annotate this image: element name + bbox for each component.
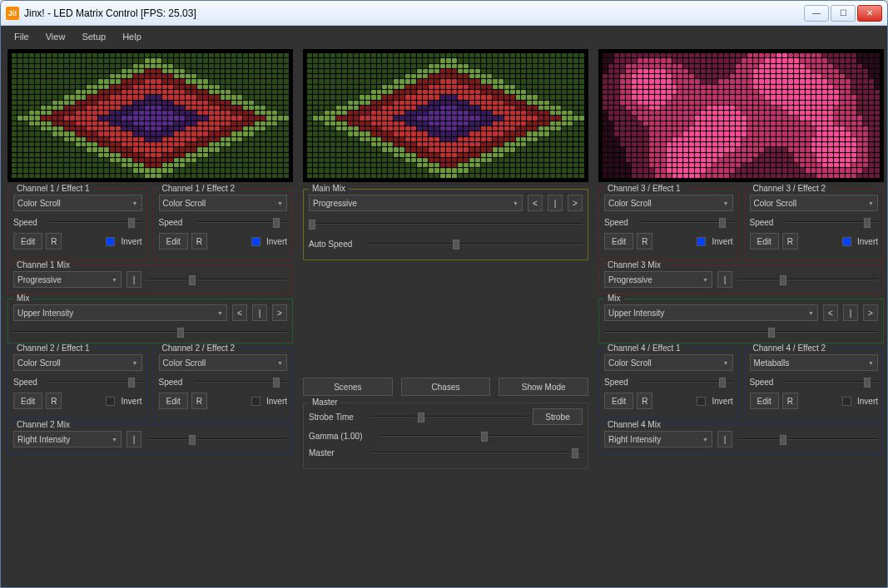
reset-ch4e1[interactable]: R: [637, 393, 652, 409]
slider-ch2e1-speed[interactable]: [50, 376, 142, 388]
dropdown-ch4e2[interactable]: Metaballs: [750, 354, 879, 371]
edit-ch4e1[interactable]: Edit: [604, 393, 633, 409]
mainmix-next[interactable]: >: [568, 195, 583, 211]
ch3mix-pipe[interactable]: |: [717, 271, 732, 288]
reset-ch2e1[interactable]: R: [46, 393, 62, 409]
dropdown-ch1mix[interactable]: Progressive: [13, 271, 122, 288]
slider-ch2mix[interactable]: [146, 433, 287, 445]
mainmix-prev[interactable]: <: [528, 195, 543, 211]
panel-main-mix: Main Mix Progressive<|> Auto Speed: [303, 189, 588, 260]
ch2mix-pipe[interactable]: |: [127, 431, 141, 447]
invert-ch3e1[interactable]: [697, 237, 706, 246]
menu-view[interactable]: View: [39, 30, 72, 43]
window-titlebar: Ji! Jinx! - LED Matrix Control [FPS: 25.…: [1, 1, 887, 26]
slider-mix-right[interactable]: [604, 326, 878, 338]
menubar: File View Setup Help: [2, 27, 886, 46]
dropdown-ch4e1[interactable]: Color Scroll: [604, 354, 733, 371]
invert-ch4e2[interactable]: [842, 397, 851, 406]
dropdown-ch3mix[interactable]: Progressive: [604, 271, 712, 288]
maximize-button[interactable]: ☐: [831, 5, 856, 22]
edit-ch3e1[interactable]: Edit: [604, 233, 633, 250]
ch4mix-pipe[interactable]: |: [717, 431, 732, 447]
scenes-button[interactable]: Scenes: [303, 378, 393, 396]
dropdown-mix-right[interactable]: Upper Intensity: [604, 304, 818, 321]
dropdown-ch3e1[interactable]: Color Scroll: [604, 195, 733, 211]
dropdown-ch2e2[interactable]: Color Scroll: [159, 354, 288, 371]
slider-strobe-time[interactable]: [370, 411, 529, 422]
reset-ch3e1[interactable]: R: [637, 233, 652, 250]
slider-ch1e2-speed[interactable]: [196, 216, 288, 228]
chases-button[interactable]: Chases: [401, 378, 491, 396]
invert-ch4e1[interactable]: [697, 397, 706, 406]
mix-right-pipe[interactable]: |: [843, 304, 858, 321]
mix-right-prev[interactable]: <: [823, 304, 838, 321]
invert-ch1e2[interactable]: [251, 237, 260, 246]
reset-ch1e2[interactable]: R: [191, 233, 207, 250]
app-icon: Ji!: [6, 7, 19, 20]
invert-ch2e1[interactable]: [106, 397, 115, 406]
panel-ch3-effect2: Channel 3 / Effect 2 Color Scroll Speed …: [744, 189, 885, 260]
edit-ch3e2[interactable]: Edit: [750, 233, 779, 250]
preview-left: [7, 49, 293, 182]
slider-ch4e2-speed[interactable]: [786, 376, 879, 388]
invert-ch1e1[interactable]: [106, 237, 115, 246]
ch1mix-pipe[interactable]: |: [127, 271, 141, 288]
close-button[interactable]: ✕: [857, 5, 882, 22]
panel-ch1-effect1: Channel 1 / Effect 1 Color Scroll Speed …: [7, 189, 148, 260]
slider-ch1mix[interactable]: [146, 274, 287, 285]
mix-right-next[interactable]: >: [863, 304, 878, 321]
slider-ch3e2-speed[interactable]: [786, 216, 879, 228]
mix-left-prev[interactable]: <: [232, 304, 247, 321]
panel-master: Master Strobe TimeStrobe Gamma (1.00) Ma…: [303, 403, 588, 469]
dropdown-ch4mix[interactable]: Right Intensity: [604, 431, 712, 447]
slider-ch4e1-speed[interactable]: [641, 376, 733, 388]
edit-ch2e1[interactable]: Edit: [13, 393, 42, 409]
edit-ch1e2[interactable]: Edit: [159, 233, 188, 250]
edit-ch1e1[interactable]: Edit: [13, 233, 42, 250]
mainmix-pipe[interactable]: |: [548, 195, 563, 211]
reset-ch2e2[interactable]: R: [191, 393, 207, 409]
reset-ch3e2[interactable]: R: [782, 233, 798, 250]
panel-mix-right: Mix Upper Intensity<|>: [598, 299, 884, 343]
slider-ch1e1-speed[interactable]: [50, 216, 142, 228]
panel-ch4-effect2: Channel 4 / Effect 2 Metaballs Speed Edi…: [744, 348, 885, 420]
dropdown-ch1e1[interactable]: Color Scroll: [13, 195, 142, 211]
dropdown-ch1e2[interactable]: Color Scroll: [159, 195, 288, 211]
panel-ch2-mix: Channel 2 Mix Right Intensity|: [7, 425, 293, 453]
dropdown-ch3e2[interactable]: Color Scroll: [750, 195, 879, 211]
mix-left-pipe[interactable]: |: [252, 304, 267, 321]
slider-autospeed[interactable]: [366, 238, 583, 250]
dropdown-ch2e1[interactable]: Color Scroll: [13, 354, 142, 371]
strobe-button[interactable]: Strobe: [533, 408, 583, 425]
dropdown-mix-left[interactable]: Upper Intensity: [13, 304, 227, 321]
menu-help[interactable]: Help: [116, 30, 148, 43]
slider-ch4mix[interactable]: [737, 433, 878, 445]
panel-ch3-mix: Channel 3 Mix Progressive|: [598, 265, 884, 294]
slider-ch2e2-speed[interactable]: [196, 376, 288, 388]
dropdown-ch2mix[interactable]: Right Intensity: [13, 431, 122, 447]
menu-setup[interactable]: Setup: [75, 30, 112, 43]
slider-mix-left[interactable]: [13, 326, 287, 338]
window-title: Jinx! - LED Matrix Control [FPS: 25.03]: [24, 7, 804, 19]
mix-left-next[interactable]: >: [272, 304, 287, 321]
reset-ch4e2[interactable]: R: [782, 393, 798, 409]
panel-ch1-mix: Channel 1 Mix Progressive|: [7, 265, 293, 294]
edit-ch4e2[interactable]: Edit: [750, 393, 779, 409]
minimize-button[interactable]: —: [804, 5, 829, 22]
preview-center: [303, 49, 588, 182]
panel-ch2-effect2: Channel 2 / Effect 2 Color Scroll Speed …: [153, 348, 294, 420]
slider-ch3e1-speed[interactable]: [641, 216, 733, 228]
dropdown-mainmix[interactable]: Progressive: [309, 195, 523, 211]
menu-file[interactable]: File: [7, 30, 36, 43]
slider-mainmix[interactable]: [309, 218, 583, 230]
slider-ch3mix[interactable]: [737, 274, 878, 285]
invert-ch2e2[interactable]: [251, 397, 260, 406]
showmode-button[interactable]: Show Mode: [499, 378, 588, 396]
edit-ch2e2[interactable]: Edit: [159, 393, 188, 409]
invert-ch3e2[interactable]: [842, 237, 851, 246]
panel-ch4-effect1: Channel 4 / Effect 1 Color Scroll Speed …: [598, 348, 739, 420]
slider-gamma[interactable]: [379, 430, 583, 442]
reset-ch1e1[interactable]: R: [46, 233, 62, 250]
slider-master[interactable]: [370, 447, 583, 458]
panel-ch2-effect1: Channel 2 / Effect 1 Color Scroll Speed …: [7, 348, 148, 420]
